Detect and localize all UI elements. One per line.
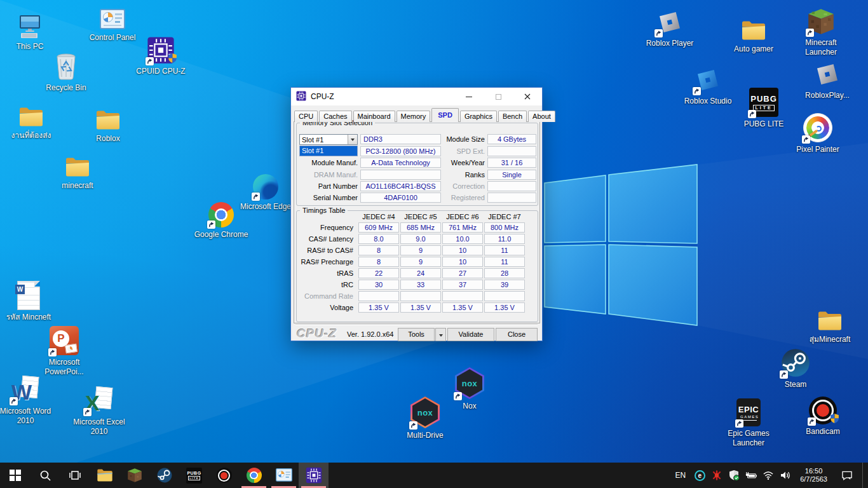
desktop-icon-google-chrome[interactable]: Google Chrome [193, 202, 250, 240]
timings-cell: 33 [400, 280, 441, 290]
desktop-icon-robloxplay[interactable]: RobloxPlay... [799, 60, 856, 100]
taskbar-steam[interactable] [149, 463, 179, 488]
timings-cell: 27 [442, 268, 483, 278]
tab-bench[interactable]: Bench [498, 111, 527, 122]
tools-dropdown-button[interactable] [435, 328, 446, 341]
search-button[interactable] [30, 463, 60, 488]
tab-caches[interactable]: Caches [319, 111, 351, 122]
folder-icon [95, 109, 121, 132]
minimize-button[interactable] [454, 88, 484, 105]
taskbar-bandicam[interactable] [209, 463, 239, 488]
tools-button[interactable]: Tools [398, 328, 435, 341]
pubg-lite-icon: PUBG LITE [186, 468, 202, 484]
desktop-icon-roblox-studio[interactable]: Roblox Studio [679, 66, 736, 106]
shortcut-arrow-icon [10, 397, 18, 405]
close-button[interactable] [513, 88, 542, 105]
desktop-icon-word-file[interactable]: W รหัส Mincneft [0, 281, 57, 322]
cpuz-app-icon [296, 91, 306, 102]
tab-memory[interactable]: Memory [397, 111, 431, 122]
timings-cell: 1.35 V [358, 302, 399, 313]
desktop-icon-epic-games[interactable]: EPIC GAMES Epic Games Launcher [720, 398, 777, 447]
desktop-icon-bandicam[interactable]: Bandicam [794, 396, 851, 437]
desktop-icon-steam[interactable]: Steam [767, 348, 824, 390]
desktop-icon-minecraft-launcher[interactable]: Minecraft Launcher [792, 8, 850, 57]
cpuz-icon [306, 467, 322, 484]
desktop-icon-folder-minecraft[interactable]: minecraft [49, 156, 106, 191]
desktop-icon-recycle-bin[interactable]: Recycle Bin [37, 53, 95, 93]
taskbar-minecraft[interactable] [119, 463, 149, 488]
tab-graphics[interactable]: Graphics [460, 111, 497, 122]
tab-mainboard[interactable]: Mainboard [353, 111, 395, 122]
close-button-footer[interactable]: Close [496, 328, 538, 341]
desktop-icon-auto-gamer[interactable]: Auto gamer [725, 19, 782, 54]
taskbar-pubg-lite[interactable]: PUBG LITE [179, 463, 209, 488]
timings-cell: 11 [484, 257, 525, 267]
maximize-button[interactable] [484, 88, 513, 105]
shortcut-arrow-icon [654, 29, 663, 37]
taskbar-chrome[interactable] [239, 463, 269, 488]
desktop-icon-cpuid-cpuz[interactable]: CPUID CPU-Z [132, 36, 189, 76]
week-year-label: Week/Year [434, 159, 485, 166]
desktop-icon-folder-roblox[interactable]: Roblox [79, 109, 137, 144]
tab-cpu[interactable]: CPU [294, 111, 318, 122]
shortcut-arrow-icon [409, 421, 417, 430]
start-button[interactable] [0, 463, 30, 488]
show-desktop-button[interactable] [862, 463, 865, 488]
timings-cell: 30 [358, 280, 399, 290]
timings-col-header: JEDEC #6 [442, 213, 483, 221]
eset-tray-icon[interactable]: e [694, 470, 705, 481]
timings-cell: 8 [358, 245, 399, 255]
module-manuf-label: Module Manuf. [296, 159, 358, 166]
task-view-button[interactable] [60, 463, 90, 488]
timings-cell: 685 MHz [400, 222, 441, 233]
taskbar: PUBG LITE [0, 463, 868, 488]
uac-shield-icon [830, 413, 839, 426]
language-indicator[interactable]: EN [673, 471, 689, 480]
tab-about[interactable]: About [528, 111, 555, 122]
wifi-tray-icon[interactable] [763, 470, 774, 481]
dram-manuf-label: DRAM Manuf. [296, 171, 358, 179]
desktop-icon-pubg-lite[interactable]: PUBG LITE PUBG LITE [735, 88, 792, 129]
timings-cell: 9 [400, 245, 441, 255]
timings-row-label: tRAS [296, 268, 357, 278]
desktop-icon-roblox-player[interactable]: Roblox Player [641, 8, 698, 48]
slot-dropdown-item[interactable]: Slot #1 [299, 146, 358, 156]
timings-cell: 28 [484, 268, 525, 278]
taskbar-control-panel[interactable] [269, 463, 299, 488]
timings-cell: 9.0 [400, 234, 441, 244]
registered-field [487, 193, 536, 203]
folder-icon [817, 309, 843, 332]
title-bar[interactable]: CPU-Z [291, 88, 542, 105]
desktop-icon-folder-work[interactable]: งานที่ต้องส่ง [3, 105, 60, 140]
desktop-icon-this-pc[interactable]: This PC [1, 14, 58, 51]
slot-selector-combobox[interactable]: Slot #1 [299, 134, 358, 145]
defender-tray-icon[interactable] [728, 470, 740, 481]
validate-button[interactable]: Validate [447, 328, 494, 341]
desktop-icon-nox[interactable]: nox Nox [441, 367, 498, 411]
desktop-icon-powerpoint[interactable]: P Microsoft PowerPoi... [36, 326, 93, 376]
taskbar-cpuz[interactable] [299, 463, 329, 488]
taskbar-file-explorer[interactable] [90, 463, 119, 488]
combo-dropdown-button[interactable] [348, 135, 357, 144]
timings-cell: 1.35 V [442, 302, 483, 313]
taskbar-clock[interactable]: 16:50 6/7/2563 [797, 467, 831, 484]
action-center-icon[interactable] [841, 470, 853, 481]
icon-label: Google Chrome [194, 230, 248, 240]
volume-tray-icon[interactable] [780, 470, 791, 481]
desktop-icon-folder-sum-minecraft[interactable]: สุ่มMinecraft [801, 309, 858, 344]
icon-label: Roblox Studio [684, 97, 732, 106]
shortcut-arrow-icon [748, 110, 756, 118]
desktop-icon-excel-2010[interactable]: X Microsoft Excel 2010 [71, 386, 128, 436]
task-view-icon [69, 469, 81, 482]
tab-spd[interactable]: SPD [431, 108, 459, 122]
taskbar-spacer [329, 463, 673, 488]
red-app-tray-icon[interactable] [711, 470, 722, 481]
timings-cell [442, 291, 483, 301]
module-manuf-field: A-Data Technology [360, 158, 441, 168]
shortcut-arrow-icon [454, 392, 462, 400]
desktop-icon-word-2010[interactable]: W Microsoft Word 2010 [0, 375, 54, 425]
clock-time: 16:50 [800, 467, 827, 475]
battery-tray-icon[interactable] [745, 470, 757, 481]
max-bandwidth-field: PC3-12800 (800 MHz) [360, 146, 441, 156]
desktop-icon-pixel-painter[interactable]: Pixel Painter [789, 113, 846, 154]
